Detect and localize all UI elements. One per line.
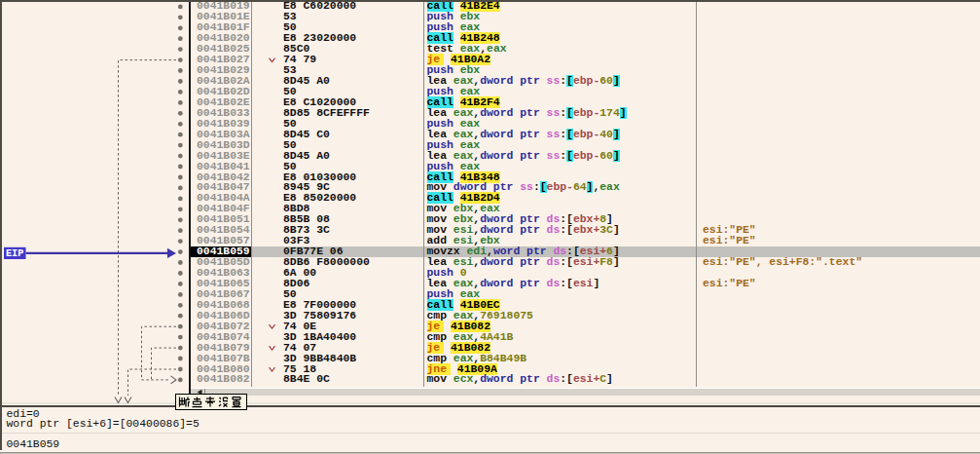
svg-text:EIP: EIP (6, 248, 23, 259)
